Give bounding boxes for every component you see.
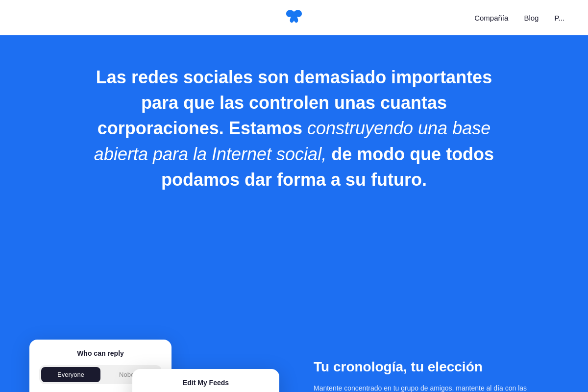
header: Compañía Blog P... <box>0 0 588 35</box>
main-nav: Compañía Blog P... <box>474 14 564 22</box>
butterfly-icon <box>285 8 303 25</box>
nav-partial[interactable]: P... <box>554 14 564 22</box>
hero-headline: Las redes sociales son demasiado importa… <box>93 65 495 193</box>
feeds-card-title: Edit My Feeds <box>142 379 270 387</box>
nav-company[interactable]: Compañía <box>474 14 508 22</box>
hero-section: Las redes sociales son demasiado importa… <box>0 35 588 340</box>
right-description: Mantente concentrado en tu grupo de amig… <box>314 383 549 392</box>
features-section: Who can reply Everyone Nobody Or combine… <box>0 340 588 392</box>
cards-container: Who can reply Everyone Nobody Or combine… <box>29 340 265 392</box>
right-title: Tu cronología, tu elección <box>314 359 549 375</box>
toggle-everyone[interactable]: Everyone <box>41 367 100 382</box>
nav-blog[interactable]: Blog <box>524 14 539 22</box>
right-section: Tu cronología, tu elección Mantente conc… <box>284 340 559 392</box>
edit-feeds-card: Edit My Feeds For You Feed by @bsky.soci… <box>132 369 279 392</box>
reply-card-title: Who can reply <box>39 349 162 357</box>
right-desc-plain: Mantente concentrado en tu grupo de amig… <box>314 384 543 392</box>
logo[interactable] <box>285 8 303 27</box>
